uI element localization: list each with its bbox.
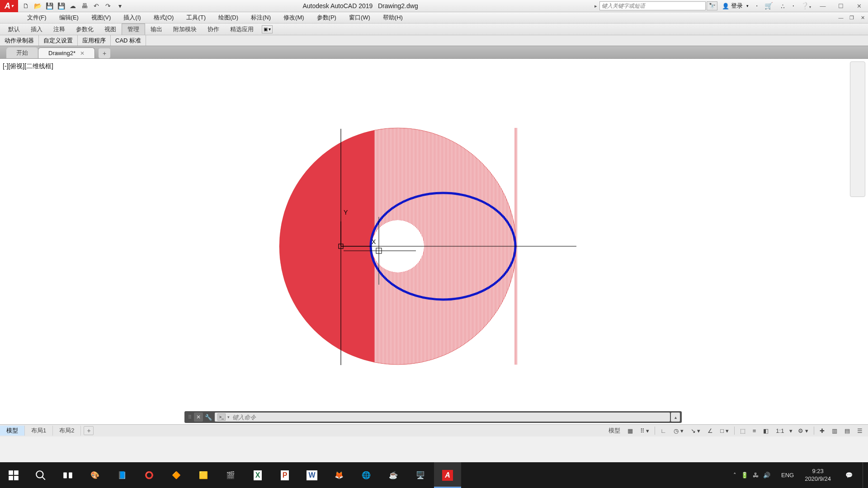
cmd-customize-button[interactable]: 🔧 xyxy=(204,413,213,422)
action-center-icon[interactable]: 💬 xyxy=(842,462,856,488)
ribbon-tab-output[interactable]: 输出 xyxy=(145,23,168,35)
tray-chevron-icon[interactable]: ˄ xyxy=(733,472,736,479)
ribbon-tab-parametric[interactable]: 参数化 xyxy=(71,23,99,35)
cmd-drag-handle[interactable]: ⠿ xyxy=(186,414,194,420)
taskbar-app-powerpoint[interactable]: P xyxy=(271,462,298,488)
lineweight-icon[interactable]: ≡ xyxy=(751,426,758,436)
taskbar-app-excel[interactable]: X xyxy=(244,462,271,488)
menu-format[interactable]: 格式(O) xyxy=(147,12,180,23)
close-button[interactable]: ✕ xyxy=(850,0,868,11)
task-view-icon[interactable] xyxy=(54,462,81,488)
taskbar-app-chrome[interactable]: 🌐 xyxy=(353,462,380,488)
saveas-icon[interactable]: 💾 xyxy=(56,1,66,10)
panel-recorder[interactable]: 动作录制器 xyxy=(0,35,39,46)
ribbon-tab-featured[interactable]: 精选应用 xyxy=(225,23,259,35)
maximize-button[interactable]: ☐ xyxy=(832,0,850,11)
taskbar-app-notes[interactable]: 📘 xyxy=(108,462,136,488)
anno-monitor-icon[interactable]: ✚ xyxy=(818,426,826,436)
search-input[interactable] xyxy=(599,1,706,10)
doc-tab-active[interactable]: Drawing2* ✕ xyxy=(38,47,95,58)
menu-dimension[interactable]: 标注(N) xyxy=(245,12,277,23)
menu-view[interactable]: 视图(V) xyxy=(85,12,117,23)
login-button[interactable]: 👤登录▾ xyxy=(718,2,752,10)
status-model-button[interactable]: 模型 xyxy=(607,426,622,436)
qat-customize-icon[interactable]: ▾ xyxy=(115,1,125,10)
taskbar-app-player[interactable]: 🟨 xyxy=(190,462,217,488)
search-taskbar-icon[interactable] xyxy=(27,462,54,488)
ribbon-tab-annotate[interactable]: 注释 xyxy=(48,23,71,35)
ribbon-tab-default[interactable]: 默认 xyxy=(3,23,25,35)
taskbar-app-vlc[interactable]: 🔶 xyxy=(163,462,190,488)
tray-volume-icon[interactable]: 🔊 xyxy=(763,472,770,479)
mdi-minimize-button[interactable]: — xyxy=(835,13,846,22)
cmd-close-button[interactable]: ✕ xyxy=(194,413,203,422)
clean-screen-icon[interactable]: ☰ xyxy=(855,426,864,436)
layout-tab-layout2[interactable]: 布局2 xyxy=(53,426,81,436)
taskbar-app-paint[interactable]: 🎨 xyxy=(81,462,108,488)
drawing-canvas[interactable]: [-][俯视][二维线框] xyxy=(0,59,868,436)
ortho-icon[interactable]: ∟ xyxy=(659,426,668,436)
taskbar-clock[interactable]: 9:23 2020/9/24 xyxy=(800,468,835,483)
layout-tab-layout1[interactable]: 布局1 xyxy=(25,426,53,436)
doc-tab-start[interactable]: 开始 xyxy=(6,47,38,58)
menu-draw[interactable]: 绘图(D) xyxy=(212,12,245,23)
minimize-button[interactable]: — xyxy=(814,0,832,11)
cmd-prompt-icon[interactable]: >_ xyxy=(217,413,226,421)
anno-scale-label[interactable]: 1:1 xyxy=(774,426,786,436)
ime-indicator[interactable]: ENG xyxy=(781,472,794,479)
workspace-icon[interactable]: ⚙ ▾ xyxy=(796,426,810,436)
taskbar-app-java[interactable]: ☕ xyxy=(380,462,407,488)
taskbar-app-word[interactable]: W xyxy=(298,462,326,488)
ribbon-tab-manage[interactable]: 管理 xyxy=(122,23,145,35)
help-icon[interactable]: ❔▾ xyxy=(801,2,811,10)
menu-file[interactable]: 文件(F) xyxy=(21,12,53,23)
redo-icon[interactable]: ↷ xyxy=(103,1,113,10)
panel-app[interactable]: 应用程序 xyxy=(78,35,111,46)
ribbon-tab-collab[interactable]: 协作 xyxy=(202,23,225,35)
snap-icon[interactable]: ⠿ ▾ xyxy=(638,426,651,436)
menu-tools[interactable]: 工具(T) xyxy=(180,12,212,23)
layout-tab-model[interactable]: 模型 xyxy=(0,426,25,436)
layout-tab-add-button[interactable]: + xyxy=(84,426,94,435)
mdi-close-button[interactable]: ✕ xyxy=(857,13,868,22)
taskbar-app-clapper[interactable]: 🎬 xyxy=(217,462,244,488)
exchange-icon[interactable]: 🛒 xyxy=(764,2,773,10)
isolate-icon[interactable]: ▥ xyxy=(830,426,839,436)
menu-insert[interactable]: 插入(I) xyxy=(117,12,147,23)
command-line[interactable]: ⠿ ✕ 🔧 >_ ▾ ▴ xyxy=(184,411,682,423)
taskbar-app-obs[interactable]: ⭕ xyxy=(136,462,163,488)
doc-tab-close-button[interactable]: ✕ xyxy=(80,50,85,56)
start-button[interactable] xyxy=(0,462,27,488)
hardware-accel-icon[interactable]: ▤ xyxy=(843,426,852,436)
show-desktop-button[interactable] xyxy=(863,462,866,488)
osnap-icon[interactable]: ∠ xyxy=(706,426,715,436)
web-open-icon[interactable]: ☁ xyxy=(68,1,78,10)
ribbon-tab-view[interactable]: 视图 xyxy=(99,23,122,35)
tray-battery-icon[interactable]: 🔋 xyxy=(741,472,748,479)
ribbon-tab-insert[interactable]: 插入 xyxy=(25,23,48,35)
save-icon[interactable]: 💾 xyxy=(44,1,54,10)
command-input[interactable] xyxy=(232,414,667,421)
taskbar-app-autocad[interactable]: A xyxy=(434,462,461,488)
system-tray[interactable]: ˄ 🔋 🖧 🔊 xyxy=(733,472,770,479)
new-icon[interactable]: 🗋 xyxy=(21,1,31,10)
cmd-history-button[interactable]: ▴ xyxy=(671,413,680,422)
osnap-settings-icon[interactable]: □ ▾ xyxy=(718,426,730,436)
menu-help[interactable]: 帮助(H) xyxy=(377,12,409,23)
plot-icon[interactable]: 🖶 xyxy=(80,1,90,10)
transparency-icon[interactable]: ◧ xyxy=(761,426,770,436)
tray-network-icon[interactable]: 🖧 xyxy=(753,472,759,479)
menu-modify[interactable]: 修改(M) xyxy=(277,12,311,23)
app-menu-button[interactable]: A▾ xyxy=(0,0,18,12)
search-expand-icon[interactable]: ▸ xyxy=(593,3,599,9)
mdi-restore-button[interactable]: ❐ xyxy=(846,13,857,22)
panel-cad-std[interactable]: CAD 标准 xyxy=(111,35,146,46)
dyn-input-icon[interactable]: ⬚ xyxy=(738,426,747,436)
taskbar-app-monitor[interactable]: 🖥️ xyxy=(407,462,434,488)
grid-icon[interactable]: ▦ xyxy=(626,426,635,436)
polar-icon[interactable]: ◷ ▾ xyxy=(672,426,685,436)
menu-parametric[interactable]: 参数(P) xyxy=(311,12,343,23)
search-button[interactable]: 🔭 xyxy=(707,1,717,10)
menu-edit[interactable]: 编辑(E) xyxy=(53,12,85,23)
ribbon-collapse-button[interactable]: ▣ ▾ xyxy=(262,25,273,33)
